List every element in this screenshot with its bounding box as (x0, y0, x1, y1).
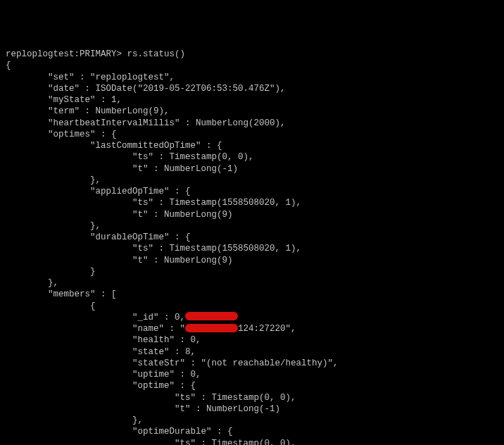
kv-member0-name-suffix: 124:27220", (238, 324, 296, 334)
kv-mystate: "myState" : 1, (6, 95, 122, 105)
kv-applied-open: "appliedOpTime" : { (6, 187, 191, 196)
kv-member0-statestr: "stateStr" : "(not reachable/healthy)", (6, 358, 339, 368)
kv-member0-name-prefix: "name" : " (6, 324, 185, 334)
kv-lastcommitted-close: }, (6, 175, 101, 185)
kv-members-open: "members" : [ (6, 289, 117, 299)
kv-optimes-close: }, (6, 278, 58, 288)
kv-member0-optime-t: "t" : NumberLong(-1) (6, 404, 280, 414)
command-input[interactable]: rs.status() (127, 49, 186, 59)
terminal-output: reploplogtest:PRIMARY> rs.status() { "se… (6, 49, 498, 445)
kv-date: "date" : ISODate("2019-05-22T06:53:50.47… (6, 84, 286, 94)
kv-member0-optime-ts: "ts" : Timestamp(0, 0), (6, 393, 296, 403)
kv-term: "term" : NumberLong(9), (6, 106, 170, 116)
kv-member0-health: "health" : 0, (6, 335, 201, 345)
kv-lastcommitted-ts: "ts" : Timestamp(0, 0), (6, 152, 254, 162)
kv-heartbeat-interval: "heartbeatIntervalMillis" : NumberLong(2… (6, 118, 286, 128)
kv-member0-uptime: "uptime" : 0, (6, 370, 201, 380)
kv-member0-optimedurable-open: "optimeDurable" : { (6, 427, 233, 437)
kv-applied-close: }, (6, 221, 101, 231)
kv-lastcommitted-open: "lastCommittedOpTime" : { (6, 141, 222, 151)
kv-durable-t: "t" : NumberLong(9) (6, 256, 233, 265)
kv-member0-state: "state" : 8, (6, 347, 196, 357)
kv-member0-optimedurable-ts: "ts" : Timestamp(0, 0), (6, 439, 296, 446)
shell-prompt: reploplogtest:PRIMARY> (6, 49, 122, 59)
json-open-brace: { (6, 61, 11, 70)
kv-durable-close: } (6, 267, 96, 277)
kv-durable-ts: "ts" : Timestamp(1558508020, 1), (6, 244, 301, 253)
kv-optimes-open: "optimes" : { (6, 130, 117, 139)
kv-lastcommitted-t: "t" : NumberLong(-1) (6, 164, 238, 174)
redaction-mark-member0-id (185, 312, 238, 320)
redaction-mark-member0-name (185, 324, 238, 332)
kv-applied-t: "t" : NumberLong(9) (6, 210, 233, 220)
kv-member0-id: "_id" : 0, (6, 313, 185, 322)
kv-member0-open: { (6, 301, 96, 311)
kv-durable-open: "durableOpTime" : { (6, 232, 191, 242)
kv-set: "set" : "reploplogtest", (6, 73, 175, 82)
kv-applied-ts: "ts" : Timestamp(1558508020, 1), (6, 198, 301, 208)
kv-member0-optime-open: "optime" : { (6, 381, 196, 391)
kv-member0-optime-close: }, (6, 415, 143, 425)
